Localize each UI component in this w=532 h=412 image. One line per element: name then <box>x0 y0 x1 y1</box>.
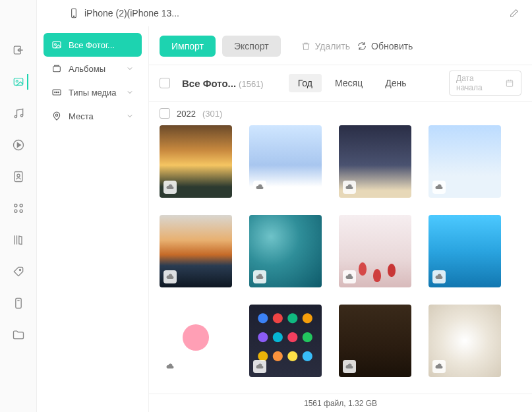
select-all-checkbox[interactable] <box>160 78 170 88</box>
toolbar: Импорт Экспорт Удалить Обновить <box>149 26 532 65</box>
edit-icon[interactable] <box>508 7 520 19</box>
transfer-icon[interactable] <box>11 42 26 58</box>
photos-icon[interactable] <box>13 74 28 90</box>
media-type-icon <box>51 87 62 98</box>
svg-point-9 <box>20 204 22 207</box>
svg-point-17 <box>55 44 57 45</box>
tab-month[interactable]: Месяц <box>326 74 372 92</box>
group-checkbox[interactable] <box>160 108 170 119</box>
status-text: 1561 файл, 1.32 GB <box>304 399 377 408</box>
calendar-icon <box>505 78 514 88</box>
cloud-icon <box>253 270 266 283</box>
cloud-icon <box>343 360 356 373</box>
svg-point-8 <box>14 204 16 207</box>
date-placeholder: Дата начала <box>456 74 500 92</box>
cloud-icon <box>163 270 177 283</box>
storage-icon[interactable] <box>11 295 26 311</box>
sidebar: Все Фотог... Альбомы Типы медиа <box>37 26 149 412</box>
tab-day[interactable]: День <box>376 74 415 92</box>
svg-point-20 <box>55 92 55 92</box>
sidebar-item-albums[interactable]: Альбомы <box>44 57 142 80</box>
photo-thumbnail[interactable] <box>249 215 322 287</box>
refresh-button[interactable]: Обновить <box>357 41 413 51</box>
svg-rect-19 <box>53 90 61 95</box>
photo-thumbnail[interactable] <box>160 305 232 377</box>
chevron-down-icon <box>126 112 134 120</box>
photo-thumbnail[interactable] <box>429 305 501 377</box>
trash-icon <box>301 41 311 51</box>
svg-point-12 <box>19 270 20 271</box>
export-button[interactable]: Экспорт <box>222 36 281 57</box>
all-photos-label: Все Фото... (1561) <box>182 78 264 89</box>
chevron-down-icon <box>126 65 134 73</box>
device-title: iPhone (2)(iPhone 13... <box>84 8 179 18</box>
svg-point-3 <box>15 115 16 117</box>
svg-point-23 <box>55 114 57 116</box>
group-year-count: (301) <box>202 109 222 119</box>
cloud-icon <box>253 181 266 194</box>
titlebar: iPhone (2)(iPhone 13... <box>37 0 532 26</box>
phone-icon <box>69 8 79 18</box>
svg-rect-13 <box>15 299 20 309</box>
import-button[interactable]: Импорт <box>160 36 216 57</box>
photo-thumbnail[interactable] <box>339 305 411 377</box>
photo-thumbnail[interactable] <box>160 125 232 198</box>
photo-grid-scroll[interactable] <box>149 125 532 394</box>
icon-rail <box>0 0 37 412</box>
filter-bar: Все Фото... (1561) Год Месяц День Дата н… <box>149 65 532 102</box>
books-icon[interactable] <box>11 232 26 248</box>
tab-year[interactable]: Год <box>289 74 322 92</box>
cloud-icon <box>163 360 177 373</box>
photo-thumbnail[interactable] <box>429 215 501 287</box>
sidebar-item-label: Типы медиа <box>69 88 117 98</box>
all-count: (1561) <box>239 79 264 89</box>
sidebar-item-all-photos[interactable]: Все Фотог... <box>44 33 142 57</box>
svg-point-11 <box>20 210 22 212</box>
status-bar: 1561 файл, 1.32 GB <box>149 394 532 412</box>
svg-point-15 <box>73 16 74 16</box>
photo-thumbnail[interactable] <box>339 125 411 198</box>
photo-grid <box>160 125 521 377</box>
delete-label: Удалить <box>315 41 350 51</box>
cloud-icon <box>343 181 356 194</box>
cloud-icon <box>432 270 446 283</box>
music-icon[interactable] <box>11 105 26 121</box>
svg-rect-18 <box>53 67 61 72</box>
svg-point-10 <box>14 210 16 212</box>
svg-point-4 <box>20 115 22 117</box>
delete-button[interactable]: Удалить <box>301 41 350 51</box>
photo-thumbnail[interactable] <box>429 125 501 198</box>
photo-thumbnail[interactable] <box>249 305 322 377</box>
sidebar-item-label: Все Фотог... <box>69 40 115 50</box>
group-header-2022: 2022(301) <box>149 102 532 125</box>
contacts-icon[interactable] <box>11 169 26 185</box>
date-start-input[interactable]: Дата начала <box>449 71 521 96</box>
cloud-icon <box>253 360 266 373</box>
all-label-text: Все Фото... <box>182 78 236 89</box>
main-panel: Импорт Экспорт Удалить Обновить <box>149 26 532 412</box>
time-tabs: Год Месяц День <box>289 74 416 92</box>
chevron-down-icon <box>126 88 134 96</box>
sidebar-item-media-types[interactable]: Типы медиа <box>44 80 142 104</box>
sidebar-item-label: Места <box>69 111 94 121</box>
photo-thumbnail[interactable] <box>249 125 322 198</box>
group-year-label: 2022 <box>177 109 196 119</box>
refresh-label: Обновить <box>371 41 413 51</box>
svg-point-21 <box>56 92 57 92</box>
svg-rect-24 <box>506 80 512 86</box>
image-icon <box>51 40 62 50</box>
apps-icon[interactable] <box>11 200 26 216</box>
photo-thumbnail[interactable] <box>339 215 411 287</box>
albums-icon <box>51 63 62 74</box>
folder-icon[interactable] <box>11 327 26 343</box>
cloud-icon <box>432 360 446 373</box>
cloud-icon <box>343 270 356 283</box>
photo-thumbnail[interactable] <box>160 215 232 287</box>
svg-point-7 <box>16 174 19 177</box>
play-icon[interactable] <box>11 137 26 153</box>
sidebar-item-places[interactable]: Места <box>44 104 142 128</box>
cloud-icon <box>432 181 446 194</box>
refresh-icon <box>357 41 367 51</box>
tags-icon[interactable] <box>11 264 26 280</box>
cloud-icon <box>163 181 177 194</box>
